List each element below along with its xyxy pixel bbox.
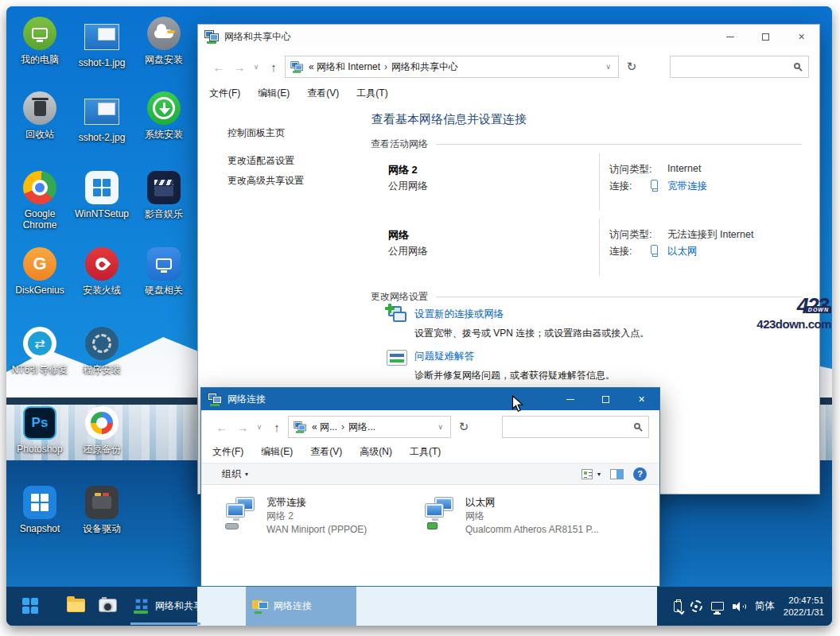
recycle-bin-icon <box>23 91 56 125</box>
menu-view[interactable]: 查看(V) <box>310 445 342 459</box>
address-bar[interactable]: « 网络和 Internet›网络和共享中心 ∨ <box>285 56 619 78</box>
minimize-button[interactable] <box>712 25 748 48</box>
connection-item-broadband[interactable]: 宽带连接 网络 2 WAN Miniport (PPPOE) <box>224 496 367 537</box>
troubleshoot-icon <box>387 350 407 366</box>
network-sharing-taskbar-icon <box>134 599 150 614</box>
maximize-button[interactable] <box>588 388 624 410</box>
desktop-icon-system-install[interactable]: 系统安装 <box>134 91 194 140</box>
desktop-icon-snapshot[interactable]: Snapshot <box>10 485 70 534</box>
refresh-icon[interactable]: ↻ <box>622 60 641 74</box>
search-icon <box>634 423 640 429</box>
photoshop-icon <box>23 406 56 440</box>
download-circle-icon <box>147 91 181 125</box>
titlebar[interactable]: 网络连接 × <box>201 388 659 410</box>
address-dropdown-icon[interactable]: ∨ <box>435 423 445 431</box>
desktop-icon-sshot2[interactable]: sshot-2.jpg <box>72 94 132 143</box>
settings-gear-icon[interactable] <box>690 600 702 612</box>
mouse-cursor <box>511 395 525 413</box>
back-icon[interactable]: ← <box>208 60 229 74</box>
search-input[interactable] <box>503 417 648 437</box>
network-window-icon <box>205 31 219 43</box>
minimize-button[interactable] <box>552 388 588 410</box>
desktop-icon-photoshop[interactable]: Photoshop <box>10 405 70 455</box>
taskbar-button-network-connections[interactable]: 网络连接 <box>246 587 356 626</box>
forward-icon[interactable]: → <box>229 60 250 74</box>
back-icon[interactable]: ← <box>212 421 232 434</box>
ime-indicator[interactable]: 简体 <box>755 599 775 613</box>
setup-new-connection-link[interactable]: 设置新的连接或网络 <box>414 308 504 321</box>
desktop-icon-winntsetup[interactable]: WinNTSetup <box>72 170 132 219</box>
desktop-icon-media[interactable]: 影音娱乐 <box>134 170 194 219</box>
connections-list: 宽带连接 网络 2 WAN Miniport (PPPOE) 以太网 网络 Qu… <box>201 485 659 586</box>
menu-tools[interactable]: 工具(T) <box>356 87 387 100</box>
desktop-icon-netdisk-setup[interactable]: 网盘安装 <box>134 16 194 65</box>
organize-button[interactable]: 组织▾ <box>222 467 248 481</box>
search-input[interactable] <box>671 56 808 77</box>
breadcrumb[interactable]: « 网络和 Internet›网络和共享中心 <box>309 60 458 74</box>
start-button[interactable] <box>22 598 38 614</box>
taskbar-button-network-sharing[interactable]: 网络和共享... <box>127 587 204 626</box>
active-network-row: 网络 2 公用网络 访问类型: Internet 连接: 宽带连接 <box>371 153 802 211</box>
search-icon <box>794 63 800 69</box>
time: 20:47:51 <box>784 595 824 607</box>
menu-edit[interactable]: 编辑(E) <box>261 445 293 459</box>
desktop-icon-chrome[interactable]: Google Chrome <box>10 170 70 231</box>
clock[interactable]: 20:47:51 2022/1/31 <box>784 595 824 619</box>
history-chevron-icon[interactable]: ∨ <box>253 423 266 431</box>
file-explorer-icon[interactable] <box>67 599 85 612</box>
menu-tools[interactable]: 工具(T) <box>410 445 441 459</box>
menu-file[interactable]: 文件(F) <box>212 445 243 459</box>
maximize-button[interactable] <box>748 25 784 48</box>
history-chevron-icon[interactable]: ∨ <box>250 63 262 71</box>
desktop-icon-my-computer[interactable]: 我的电脑 <box>10 16 70 65</box>
search-box[interactable] <box>670 56 809 78</box>
close-button[interactable]: × <box>624 388 659 410</box>
menu-view[interactable]: 查看(V) <box>307 87 339 100</box>
sidebar-item-control-panel-home[interactable]: 控制面板主页 <box>228 126 285 140</box>
preview-pane-icon[interactable] <box>610 469 624 479</box>
command-toolbar: 组织▾ ▾ ? <box>201 463 659 485</box>
close-button[interactable]: × <box>784 25 819 48</box>
desktop-icon-device-driver[interactable]: 设备驱动 <box>72 485 132 534</box>
up-icon[interactable]: ↑ <box>266 421 288 434</box>
desktop-icon-diskgenius[interactable]: DiskGenius <box>10 246 70 296</box>
address-bar[interactable]: « 网...›网络... ∨ <box>288 416 451 438</box>
connection-item-ethernet[interactable]: 以太网 网络 Qualcomm Atheros AR8151 P... <box>422 496 599 537</box>
up-icon[interactable]: ↑ <box>262 60 285 74</box>
refresh-icon[interactable]: ↻ <box>454 420 473 434</box>
sidebar-item-change-sharing-settings[interactable]: 更改高级共享设置 <box>228 174 304 188</box>
titlebar[interactable]: 网络和共享中心 × <box>198 25 819 48</box>
help-icon[interactable]: ? <box>633 467 647 481</box>
menu-file[interactable]: 文件(F) <box>209 87 240 100</box>
new-connection-icon <box>387 306 410 328</box>
desktop-icon-nt6-repair[interactable]: ⇄ NT6引导修复 <box>10 326 70 375</box>
address-dropdown-icon[interactable]: ∨ <box>603 63 613 71</box>
ethernet-connection-icon <box>422 496 461 529</box>
screenshot-thumbnail-icon <box>84 24 119 50</box>
network-status-icon[interactable] <box>711 602 724 611</box>
desktop-icon-huorong[interactable]: 安装火绒 <box>72 246 132 296</box>
breadcrumb[interactable]: « 网...›网络... <box>312 421 375 434</box>
change-view-icon[interactable] <box>581 469 593 479</box>
desktop-icon-program-install[interactable]: 程序安装 <box>72 326 132 375</box>
desktop-icon-recycle-bin[interactable]: 回收站 <box>10 91 70 140</box>
restore-arrows-icon <box>85 406 119 440</box>
camera-tool-icon[interactable] <box>99 599 117 612</box>
search-box[interactable] <box>502 416 649 438</box>
connection-plug-icon <box>651 245 658 254</box>
usb-safely-remove-icon[interactable] <box>674 601 682 612</box>
view-caret-icon[interactable]: ▾ <box>597 471 601 478</box>
desktop-icon-sshot1[interactable]: sshot-1.jpg <box>72 19 132 68</box>
volume-icon[interactable] <box>733 601 746 612</box>
broadband-connection-icon <box>224 496 262 529</box>
desktop-icon-hdd[interactable]: 硬盘相关 <box>134 246 194 296</box>
desktop-icon-restore-backup[interactable]: 还原备份 <box>72 405 132 455</box>
connection-link[interactable]: 以太网 <box>667 245 698 258</box>
navigation-bar: ← → ∨ ↑ « 网...›网络... ∨ ↻ <box>201 413 659 440</box>
menu-advanced[interactable]: 高级(N) <box>360 445 392 459</box>
connection-link[interactable]: 宽带连接 <box>667 180 707 193</box>
menu-edit[interactable]: 编辑(E) <box>258 87 290 100</box>
sidebar-item-change-adapter-settings[interactable]: 更改适配器设置 <box>228 154 294 168</box>
troubleshoot-link[interactable]: 问题疑难解答 <box>414 350 474 363</box>
forward-icon[interactable]: → <box>232 421 253 434</box>
